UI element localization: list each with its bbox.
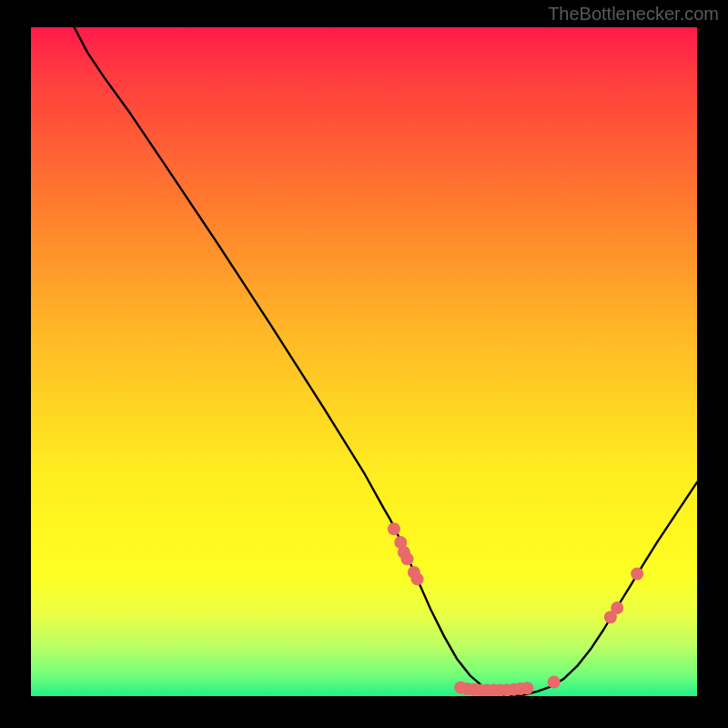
data-point: [548, 676, 561, 689]
bottleneck-curve: [75, 27, 697, 696]
chart-svg: [31, 27, 697, 696]
watermark-text: TheBottlenecker.com: [548, 4, 719, 25]
data-point: [521, 682, 533, 694]
data-point: [411, 572, 424, 585]
chart-plot-area: [31, 27, 697, 696]
data-point: [611, 602, 623, 614]
data-point: [401, 552, 414, 565]
data-point: [631, 568, 643, 581]
data-point: [388, 522, 400, 535]
